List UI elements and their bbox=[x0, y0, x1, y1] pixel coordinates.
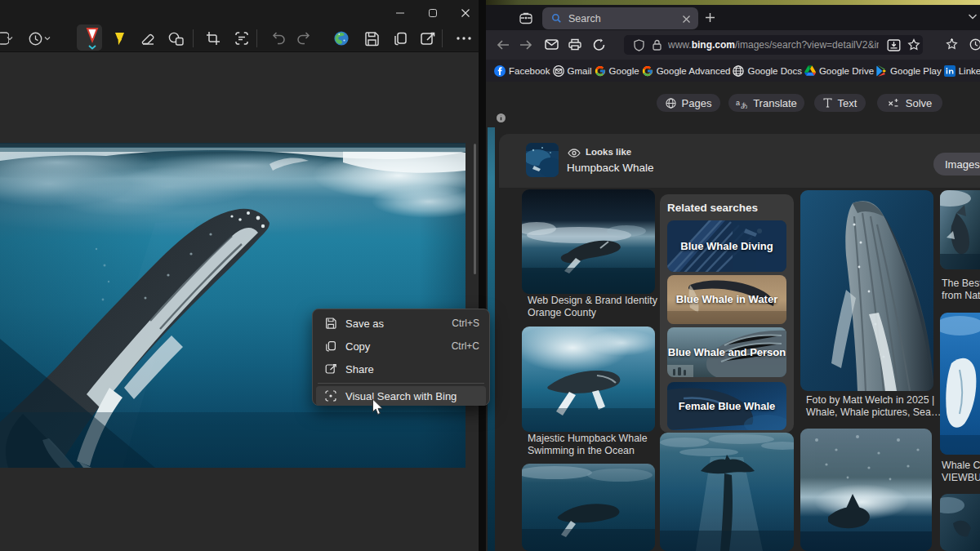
svg-text:a: a bbox=[736, 99, 740, 107]
svg-text:あ: あ bbox=[741, 101, 747, 109]
